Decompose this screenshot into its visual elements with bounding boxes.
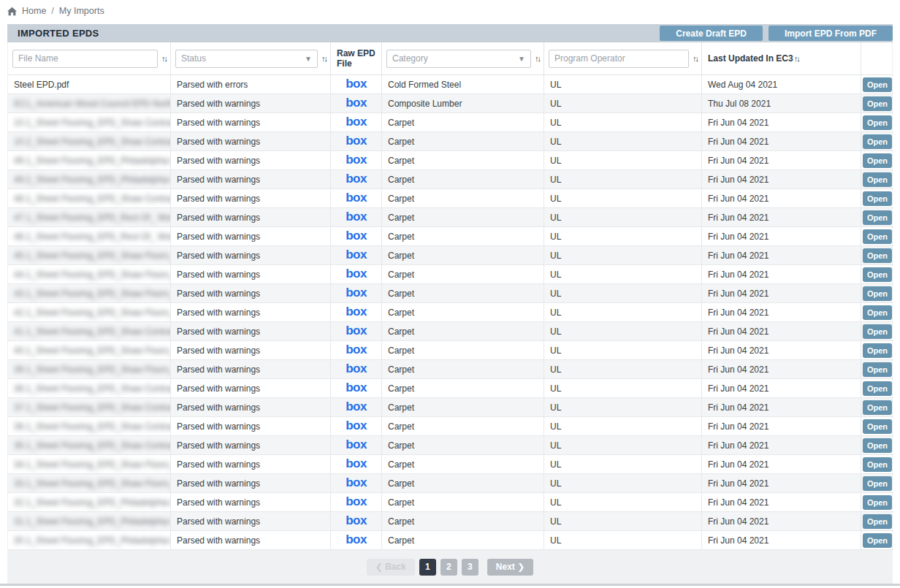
open-button[interactable]: Open — [863, 172, 892, 187]
open-button[interactable]: Open — [863, 229, 892, 244]
last-updated-cell: Fri Jun 04 2021 — [702, 398, 861, 417]
category-cell: Carpet — [382, 113, 544, 132]
table-row: 30.1_Sheet Flooring_EPD_Philadelphia Co … — [7, 531, 893, 550]
status-cell: Parsed with warnings — [171, 322, 331, 341]
page-button-3[interactable]: 3 — [462, 559, 478, 576]
box-logo-icon[interactable]: box — [346, 476, 367, 489]
box-logo-icon[interactable]: box — [346, 267, 367, 280]
category-cell: Carpet — [382, 531, 544, 550]
open-button[interactable]: Open — [863, 438, 892, 453]
box-logo-icon[interactable]: box — [346, 286, 367, 299]
program-operator-cell: UL — [544, 417, 702, 436]
box-logo-icon[interactable]: box — [346, 210, 367, 223]
open-button[interactable]: Open — [863, 514, 892, 529]
table-row: EC1_American Wood Council EPD North Pars… — [7, 94, 893, 113]
box-logo-icon[interactable]: box — [346, 153, 367, 166]
open-button[interactable]: Open — [863, 248, 892, 263]
table-row: 49.2_Sheet Flooring_EPD_Philadelphia Co … — [7, 170, 893, 189]
status-cell: Parsed with warnings — [171, 436, 331, 455]
open-button[interactable]: Open — [863, 457, 892, 472]
breadcrumb-home-link[interactable]: Home — [22, 6, 46, 16]
open-button[interactable]: Open — [863, 210, 892, 225]
box-logo-icon[interactable]: box — [346, 343, 367, 356]
file-name-cell: 48.1_Sheet Flooring_EPD_Shaw Contract s — [8, 189, 171, 208]
open-cell: Open — [861, 75, 893, 94]
box-logo-icon[interactable]: box — [346, 495, 367, 508]
box-logo-icon[interactable]: box — [346, 134, 367, 147]
raw-epd-file-cell: box — [331, 360, 382, 379]
open-button[interactable]: Open — [863, 419, 892, 434]
category-cell: Carpet — [382, 512, 544, 531]
file-name-cell: 37.1_Sheet Flooring_EPD_Shaw Contract s — [8, 398, 171, 417]
box-logo-icon[interactable]: box — [346, 381, 367, 394]
box-logo-icon[interactable]: box — [346, 419, 367, 432]
breadcrumb: Home / My Imports — [0, 0, 900, 24]
category-filter-select[interactable]: Category ▼ — [386, 50, 531, 68]
box-logo-icon[interactable]: box — [346, 514, 367, 527]
open-button[interactable]: Open — [863, 96, 892, 111]
category-cell: Carpet — [382, 265, 544, 284]
table-row: 45.1_Sheet Flooring_EPD_Shaw Floors_( Pa… — [7, 246, 893, 265]
program-operator-filter-input[interactable] — [549, 50, 689, 68]
open-button[interactable]: Open — [863, 476, 892, 491]
open-button[interactable]: Open — [863, 343, 892, 358]
open-button[interactable]: Open — [863, 115, 892, 130]
file-name-sort-icon[interactable]: ↑↓ — [161, 54, 167, 63]
box-logo-icon[interactable]: box — [346, 362, 367, 375]
box-logo-icon[interactable]: box — [346, 77, 367, 90]
create-draft-epd-button[interactable]: Create Draft EPD — [660, 26, 763, 41]
category-cell: Carpet — [382, 417, 544, 436]
open-cell: Open — [861, 398, 893, 417]
last-updated-header-cell: Last Updated In EC3 ↑↓ — [702, 42, 861, 75]
open-cell: Open — [861, 284, 893, 303]
import-epd-from-pdf-button[interactable]: Import EPD From PDF — [769, 26, 893, 41]
box-logo-icon[interactable]: box — [346, 438, 367, 451]
box-logo-icon[interactable]: box — [346, 324, 367, 337]
status-cell: Parsed with warnings — [171, 512, 331, 531]
open-cell: Open — [861, 303, 893, 322]
last-updated-sort-icon[interactable]: ↑↓ — [794, 54, 799, 63]
box-logo-icon[interactable]: box — [346, 400, 367, 413]
raw-epd-file-cell: box — [331, 455, 382, 474]
open-button[interactable]: Open — [863, 191, 892, 206]
box-logo-icon[interactable]: box — [346, 229, 367, 242]
open-button[interactable]: Open — [863, 381, 892, 396]
box-logo-icon[interactable]: box — [346, 191, 367, 204]
file-name-filter-input[interactable] — [12, 50, 158, 68]
raw-epd-file-cell: box — [331, 94, 382, 113]
status-sort-icon[interactable]: ↑↓ — [321, 54, 327, 63]
open-button[interactable]: Open — [863, 495, 892, 510]
last-updated-cell: Fri Jun 04 2021 — [702, 322, 861, 341]
box-logo-icon[interactable]: box — [346, 96, 367, 109]
open-button[interactable]: Open — [863, 533, 892, 548]
box-logo-icon[interactable]: box — [346, 115, 367, 128]
status-filter-select[interactable]: Status ▼ — [175, 50, 318, 68]
open-button[interactable]: Open — [863, 286, 892, 301]
open-button[interactable]: Open — [863, 400, 892, 415]
open-button[interactable]: Open — [863, 362, 892, 377]
box-logo-icon[interactable]: box — [346, 248, 367, 261]
file-name-cell: 10.1_Sheet Flooring_EPD_Shaw Contract s — [8, 113, 171, 132]
page-button-1[interactable]: 1 — [419, 559, 436, 576]
page-button-2[interactable]: 2 — [441, 559, 457, 576]
file-name-cell: 30.1_Sheet Flooring_EPD_Philadelphia Co — [8, 531, 171, 550]
open-cell: Open — [861, 265, 893, 284]
category-filter-placeholder: Category — [392, 53, 428, 64]
box-logo-icon[interactable]: box — [346, 305, 367, 318]
box-logo-icon[interactable]: box — [346, 172, 367, 185]
open-button[interactable]: Open — [863, 134, 892, 149]
open-button[interactable]: Open — [863, 267, 892, 282]
program-operator-cell: UL — [544, 474, 702, 493]
open-button[interactable]: Open — [863, 305, 892, 320]
category-sort-icon[interactable]: ↑↓ — [535, 54, 540, 63]
box-logo-icon[interactable]: box — [346, 457, 367, 470]
last-updated-cell: Fri Jun 04 2021 — [702, 417, 861, 436]
program-operator-sort-icon[interactable]: ↑↓ — [693, 54, 698, 63]
open-button[interactable]: Open — [863, 153, 892, 168]
open-button[interactable]: Open — [863, 77, 892, 92]
pagination-next-button[interactable]: Next ❯ — [487, 559, 533, 576]
pagination-back-button[interactable]: ❮ Back — [367, 559, 415, 576]
open-button[interactable]: Open — [863, 324, 892, 339]
box-logo-icon[interactable]: box — [346, 533, 367, 546]
last-updated-cell: Fri Jun 04 2021 — [702, 227, 861, 246]
